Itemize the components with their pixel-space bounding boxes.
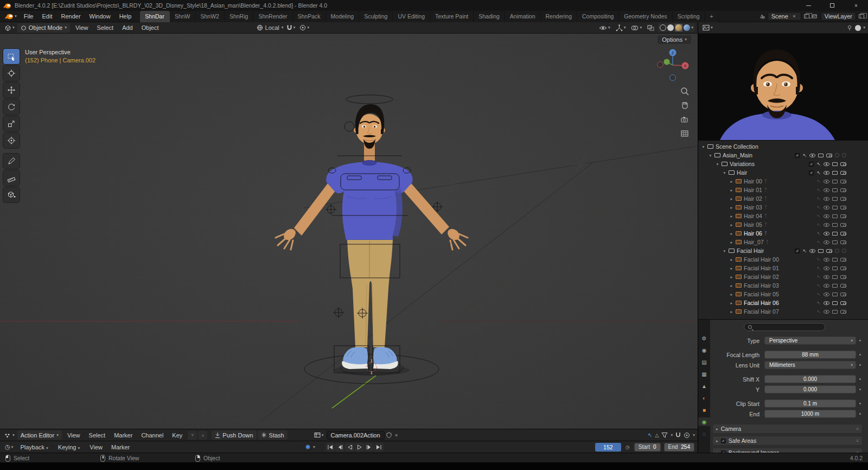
outliner-row-scene-collection[interactable]: ▾ Scene Collection ✓ ↖ [698, 142, 868, 151]
menu-add[interactable]: Add [118, 24, 137, 31]
menu-window[interactable]: Window [85, 13, 115, 20]
disclosure-icon[interactable]: ▸ [729, 301, 735, 306]
disable-render-icon[interactable] [840, 266, 846, 270]
outliner-row-facial-hair-02[interactable]: ▸ Facial Hair 02 ✓ ↖ [698, 272, 868, 281]
menu-key[interactable]: Key [168, 432, 187, 439]
tab-new-workspace[interactable]: + [705, 11, 719, 22]
selectable-icon[interactable]: ↖ [816, 266, 821, 271]
end-frame-field[interactable]: End 254 [664, 443, 694, 452]
disable-viewport-icon[interactable] [832, 188, 838, 192]
start-frame-field[interactable]: Start 0 [634, 443, 661, 452]
disable-render-icon[interactable] [840, 162, 846, 166]
disable-viewport-icon[interactable] [832, 171, 838, 175]
tab-tool[interactable]: ⚙ [699, 334, 710, 342]
tab-shnrender[interactable]: ShnRender [253, 11, 292, 22]
gizmos-dropdown[interactable]: ▾ [614, 23, 628, 33]
animate-dot-icon[interactable] [856, 413, 864, 415]
camera-view-icon[interactable] [679, 114, 690, 125]
shading-material-button[interactable] [675, 24, 682, 31]
menu-select[interactable]: Select [93, 24, 118, 31]
tool-transform[interactable] [3, 133, 20, 148]
disclosure-icon[interactable]: ▸ [729, 205, 735, 210]
action-browse-button[interactable]: ▾ [312, 430, 326, 440]
disclosure-icon[interactable]: ▸ [729, 214, 735, 219]
play-button[interactable] [355, 443, 364, 452]
disable-viewport-icon[interactable] [832, 197, 838, 201]
outliner-row-variations[interactable]: ▾ Variations ✓ ↖ [698, 160, 868, 168]
play-reverse-button[interactable] [345, 443, 354, 452]
tool-move[interactable] [3, 82, 20, 98]
outliner-row-facial-hair-03[interactable]: ▸ Facial Hair 03 ✓ ↖ [698, 281, 868, 290]
disclosure-icon[interactable]: ▸ [729, 240, 735, 245]
outliner-row-hair-07[interactable]: ▸ Hair_07 ᛉ ✓ ↖ [698, 238, 868, 246]
property-field[interactable]: 1000 m ▾ [764, 410, 856, 418]
gizmo-neg-z-axis[interactable] [670, 75, 676, 81]
collection-checkbox[interactable]: ✓ [809, 162, 814, 167]
disclosure-icon[interactable]: ▸ [729, 188, 735, 193]
disable-viewport-icon[interactable] [832, 214, 838, 218]
unlink-action-icon[interactable]: × [393, 432, 400, 439]
tab-shnw[interactable]: ShnW [170, 11, 196, 22]
selectable-icon[interactable]: ↖ [816, 257, 821, 262]
tool-rotate[interactable] [3, 99, 20, 115]
tab-shnpack[interactable]: ShnPack [293, 11, 326, 22]
shading-solid-button[interactable] [667, 24, 674, 31]
disable-viewport-icon[interactable] [832, 293, 838, 296]
hide-viewport-icon[interactable] [824, 206, 829, 209]
selectable-icon[interactable]: ↖ [816, 283, 821, 288]
tab-rendering[interactable]: Rendering [541, 11, 577, 22]
menu-help[interactable]: Help [115, 13, 136, 20]
outliner-row-facial-hair-06[interactable]: ▸ Facial Hair 06 ✓ ↖ [698, 298, 868, 307]
unlink-icon[interactable]: × [791, 13, 797, 20]
snap-toggle[interactable]: ▾ [285, 23, 297, 33]
close-button[interactable]: × [844, 0, 868, 11]
tool-select-box[interactable] [3, 49, 20, 64]
property-field[interactable]: 0.000 ▾ [764, 385, 856, 393]
animate-dot-icon[interactable] [856, 403, 864, 404]
tab-texture-paint[interactable]: Texture Paint [430, 11, 474, 22]
hide-viewport-icon[interactable] [824, 171, 829, 175]
tab-scripting[interactable]: Scripting [673, 11, 705, 22]
toggle-orthographic-icon[interactable] [679, 128, 690, 139]
outliner-row-hair-00[interactable]: ▸ Hair 00 ᛉ ✓ ↖ [698, 177, 868, 186]
disable-viewport-icon[interactable] [832, 162, 838, 166]
disclosure-icon[interactable]: ▾ [707, 153, 713, 158]
disable-render-icon[interactable] [840, 275, 846, 279]
proportional-editing-toggle[interactable]: ▾ [298, 23, 311, 33]
selectable-icon[interactable]: ↖ [816, 292, 821, 297]
editor-type-button[interactable]: ◷ ▾ [3, 442, 15, 452]
jump-to-start-button[interactable] [326, 443, 335, 452]
hide-viewport-icon[interactable] [824, 284, 829, 288]
disclosure-icon[interactable]: ▸ [729, 309, 735, 314]
pan-hand-icon[interactable] [679, 100, 690, 111]
holdout-icon[interactable] [835, 249, 839, 253]
disable-render-icon[interactable] [840, 293, 846, 296]
outliner-row-hair[interactable]: ▾ Hair ✓ ↖ [698, 168, 868, 177]
disclosure-icon[interactable]: ▸ [716, 439, 718, 443]
disable-render-icon[interactable] [826, 249, 832, 253]
outliner-row-hair-05[interactable]: ▸ Hair 05 ᛉ ✓ ↖ [698, 220, 868, 229]
disclosure-icon[interactable]: ▸ [729, 283, 735, 288]
menu-channel[interactable]: Channel [137, 432, 168, 439]
selectable-icon[interactable]: ↖ [816, 179, 821, 184]
filter-funnel-icon[interactable] [661, 432, 668, 438]
disable-render-icon[interactable] [840, 301, 846, 305]
hide-viewport-icon[interactable] [824, 310, 829, 314]
disable-viewport-icon[interactable] [832, 240, 838, 244]
property-field[interactable]: 88 mm ▾ [764, 351, 856, 359]
new-scene-icon[interactable] [803, 13, 810, 20]
panel-checkbox[interactable]: ✓ [721, 439, 726, 443]
disable-viewport-icon[interactable] [818, 249, 824, 253]
playback-menu[interactable]: Playback ▾ [16, 444, 52, 450]
disable-viewport-icon[interactable] [832, 232, 838, 236]
menu-view[interactable]: View [85, 444, 107, 450]
tab-output[interactable]: ▤ [699, 358, 710, 366]
hide-viewport-icon[interactable] [824, 232, 829, 236]
disable-render-icon[interactable] [840, 180, 846, 183]
selectable-icon[interactable]: ↖ [816, 214, 821, 219]
disable-viewport-icon[interactable] [832, 206, 838, 209]
viewlayer-selector[interactable]: ViewLayer [821, 12, 856, 21]
action-pin-toggle[interactable]: ▵ [198, 431, 207, 440]
menu-render[interactable]: Render [56, 13, 85, 20]
selectable-icon[interactable]: ↖ [816, 309, 821, 314]
